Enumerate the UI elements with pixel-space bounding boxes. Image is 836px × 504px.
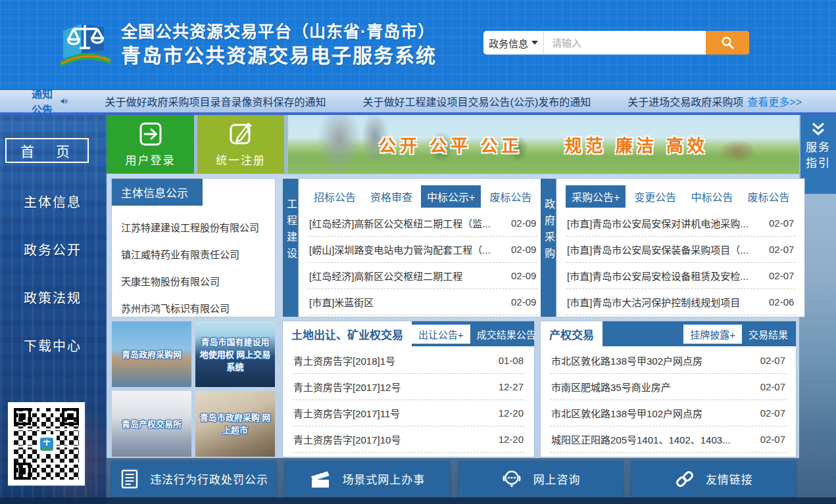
- search-input[interactable]: [544, 31, 706, 55]
- tab-winning-announcement[interactable]: 中标公告: [685, 185, 739, 208]
- item-date: 02-07: [760, 434, 785, 445]
- item-title: 青土资房告字[2017]10号: [293, 432, 401, 446]
- bottom-strip: [0, 497, 836, 504]
- item-date: 02-07: [769, 244, 794, 255]
- tab-bid-announcement[interactable]: 招标公告: [308, 185, 362, 208]
- list-item[interactable]: 城阳区正阳路205号1401、1402、1403... 02-07: [550, 426, 787, 453]
- item-date: 02-09: [511, 244, 536, 255]
- tab-transaction-results[interactable]: 成交结果公告: [477, 327, 536, 341]
- notice-label: 通知公告: [32, 85, 68, 117]
- site-logo-icon: [58, 20, 113, 70]
- list-item[interactable]: 天康生物股份有限公司: [121, 267, 266, 294]
- clapperboard-icon: [309, 469, 332, 490]
- list-item[interactable]: [市直]青岛市大沽河保护控制线规划项目 02-06: [566, 289, 795, 315]
- land-card-header: 土地出让、矿业权交易 出让公告+ 成交结果公告: [283, 321, 534, 346]
- banner-slogan-right: 规范 廉洁 高效: [565, 132, 708, 156]
- user-login-label: 用户登录: [126, 151, 176, 168]
- thumbnail-online-supermarket[interactable]: 青岛市政府采购 网上超市: [195, 391, 275, 457]
- list-item[interactable]: [市直]青岛市公安局安保装备采购项目（... 02-07: [566, 237, 795, 263]
- register-label: 统一注册: [216, 151, 266, 168]
- tab-void-bid[interactable]: 废标公告: [483, 185, 537, 208]
- item-title: [市直]青岛市大沽河保护控制线规划项目: [567, 295, 740, 309]
- item-title: 市北区敦化路138号甲302户网点房: [551, 354, 702, 367]
- list-item[interactable]: 青土资房告字[2018]1号 01-08: [292, 348, 525, 374]
- illegal-penalty-publicity-button[interactable]: 违法行为行政处罚公示: [112, 461, 276, 497]
- headset-icon: [501, 469, 523, 490]
- service-guide-button[interactable]: 服务 指引: [800, 115, 836, 194]
- tab-winning-publicity[interactable]: 中标公示+: [421, 185, 481, 208]
- list-item[interactable]: [市直]青岛市公安局安保对讲机电池采购... 02-07: [566, 210, 795, 237]
- search-bar: 政务信息: [483, 31, 749, 55]
- item-title: [市直]青岛市公安局安保对讲机电池采购...: [567, 216, 749, 230]
- list-item[interactable]: 青土资房告字[2017]12号 12-27: [292, 374, 525, 400]
- tab-transfer-announcement[interactable]: 出让公告+: [412, 325, 470, 344]
- engineering-list: [红岛经济]高新区公交枢纽二期工程（监... 02-09 [崂山]深圳路变电站电…: [308, 210, 537, 315]
- footer-button-label: 网上咨询: [533, 470, 581, 487]
- tab-purchase-announcement[interactable]: 采购公告+: [566, 185, 626, 208]
- footer-button-row: 违法行为行政处罚公示 场景式网上办事 网上咨询: [112, 461, 796, 497]
- land-card-title: 土地出让、矿业权交易: [283, 321, 412, 346]
- list-item[interactable]: 苏州市鸿飞标识有限公司: [121, 294, 266, 321]
- item-date: 02-07: [760, 381, 785, 392]
- search-category-label: 政务信息: [489, 36, 528, 50]
- list-item[interactable]: 江苏特建建设工程股份有限公司: [121, 214, 266, 241]
- site-title-block: 全国公共资源交易平台（山东省·青岛市） 青岛市公共资源交易电子服务系统: [121, 20, 437, 69]
- item-date: 12-27: [499, 381, 524, 392]
- tab-change-announcement[interactable]: 变更公告: [628, 185, 682, 208]
- list-item[interactable]: 青土资房告字[2017]10号 12-20: [292, 426, 525, 453]
- list-item[interactable]: [市直]米蓝街区 02-09: [308, 289, 537, 315]
- list-item[interactable]: 市南区肥城路35号商业房产 02-07: [550, 374, 787, 400]
- item-title: 城阳区正阳路205号1401、1402、1403...: [551, 432, 731, 446]
- list-item[interactable]: 镇江威特药业有限责任公司: [121, 241, 266, 267]
- online-consultation-button[interactable]: 网上咨询: [458, 461, 623, 497]
- tab-trade-results[interactable]: 交易结果: [749, 327, 788, 341]
- item-date: 02-07: [769, 218, 794, 229]
- engineering-tabs: 招标公告 资格审查 中标公示+ 废标公告: [308, 179, 537, 208]
- notice-item[interactable]: 关于做好政府采购项目录音录像资料保存的通知: [105, 93, 326, 109]
- sidebar-item-gov-affairs[interactable]: 政务公开: [0, 240, 105, 259]
- qr-code: [8, 402, 85, 486]
- site-title-line1: 全国公共资源交易平台（山东省·青岛市）: [121, 20, 437, 43]
- dropdown-arrow-icon: [531, 41, 538, 45]
- sidebar-item-home[interactable]: 首 页: [5, 138, 89, 163]
- procurement-side-label-text: 政府采购: [541, 198, 556, 317]
- search-icon: [720, 35, 735, 50]
- item-date: 02-07: [760, 355, 785, 366]
- search-button[interactable]: [706, 31, 749, 55]
- list-item[interactable]: 市北区敦化路138号甲102户网点房 02-07: [550, 400, 787, 426]
- search-category-select[interactable]: 政务信息: [483, 31, 544, 55]
- user-login-button[interactable]: 用户登录: [107, 115, 194, 173]
- friendly-links-button[interactable]: 友情链接: [631, 461, 796, 497]
- site-header: 全国公共资源交易平台（山东省·青岛市） 青岛市公共资源交易电子服务系统 政务信息: [0, 0, 836, 90]
- list-item[interactable]: [红岛经济]高新区公交枢纽二期工程（监... 02-09: [308, 210, 537, 237]
- register-button[interactable]: 统一注册: [197, 115, 284, 173]
- list-item[interactable]: [崂山]深圳路变电站电力管沟配套工程（... 02-09: [308, 237, 537, 263]
- notice-item[interactable]: 关于做好工程建设项目交易公告(公示)发布的通知: [363, 93, 591, 109]
- chevron-double-down-icon: [810, 122, 827, 137]
- notice-item[interactable]: 关于进场交易政府采购项: [627, 93, 743, 109]
- item-title: [崂山]深圳路变电站电力管沟配套工程（...: [309, 242, 491, 256]
- thumbnail-property-exchange[interactable]: 青岛产权交易所: [112, 391, 191, 457]
- sidebar-item-download-center[interactable]: 下载中心: [0, 336, 105, 355]
- item-date: 12-20: [499, 407, 524, 419]
- procurement-side-label: 政府采购: [541, 179, 556, 317]
- list-item[interactable]: 青土资房告字[2017]11号 12-20: [292, 400, 525, 426]
- sidebar-item-policies[interactable]: 政策法规: [0, 288, 105, 307]
- procurement-tabs: 采购公告+ 变更公告 中标公告 废标公告: [566, 179, 795, 208]
- tab-void-announcement[interactable]: 废标公告: [741, 185, 795, 208]
- banner-image: 公开 公平 公正 规范 廉洁 高效: [288, 115, 799, 173]
- list-item[interactable]: [红岛经济]高新区公交枢纽二期工程 02-09: [308, 263, 537, 289]
- document-icon: [120, 469, 139, 490]
- sidebar-item-entity-info[interactable]: 主体信息: [0, 192, 105, 211]
- item-title: [红岛经济]高新区公交枢纽二期工程（监...: [309, 216, 491, 230]
- tab-qualification-review[interactable]: 资格审查: [364, 185, 418, 208]
- list-item[interactable]: [市直]青岛市公安局安检设备租赁及安检... 02-07: [566, 263, 795, 289]
- thumbnail-land-trading-system[interactable]: 青岛市国有建设用地使用权 网上交易系统: [195, 321, 275, 387]
- list-item[interactable]: 市北区敦化路138号甲302户网点房 02-07: [550, 348, 787, 374]
- thumbnail-gov-procurement-site[interactable]: 青岛政府采购网: [112, 321, 191, 387]
- scenario-online-service-button[interactable]: 场景式网上办事: [285, 461, 449, 497]
- notice-more-link[interactable]: 查看更多>>: [747, 93, 802, 109]
- item-date: 02-07: [760, 407, 785, 419]
- tab-listing-disclosure[interactable]: 挂牌披露+: [683, 325, 742, 344]
- engineering-section: 工程建设 招标公告 资格审查 中标公示+ 废标公告 [红岛经济]高新区公交枢纽二…: [283, 179, 534, 317]
